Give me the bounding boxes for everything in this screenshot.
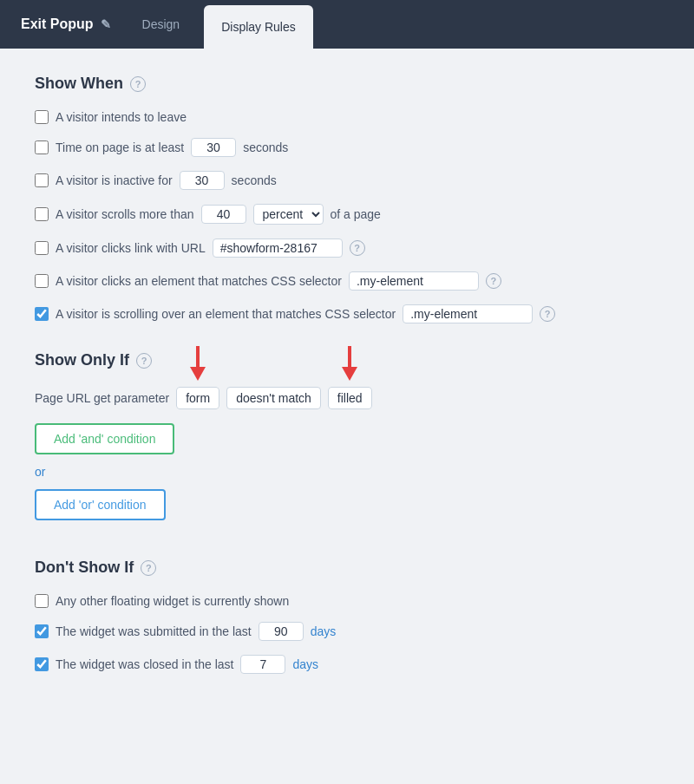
edit-icon[interactable]: ✎: [101, 17, 111, 31]
rule-visitor-scrolls: A visitor scrolls more than percent pixe…: [35, 204, 659, 225]
rule-time-on-page: Time on page is at least seconds: [35, 138, 659, 157]
visitor-clicks-css-input[interactable]: [349, 271, 479, 291]
add-and-condition-button[interactable]: Add 'and' condition: [35, 423, 174, 454]
show-when-help-icon[interactable]: ?: [130, 76, 146, 92]
rule-time-on-page-checkbox[interactable]: [35, 140, 49, 154]
content-area: Show When ? A visitor intends to leave T…: [0, 49, 694, 728]
visitor-scrolls-select[interactable]: percent pixels: [253, 204, 324, 225]
rule-visitor-clicks-css-checkbox[interactable]: [35, 274, 49, 288]
rule-visitor-inactive: A visitor is inactive for seconds: [35, 171, 659, 190]
condition-row: Page URL get parameter form doesn't matc…: [35, 387, 659, 409]
visitor-scrolls-input[interactable]: [201, 205, 246, 224]
condition-param-badge[interactable]: form: [176, 387, 219, 409]
rule-visitor-clicks-css: A visitor clicks an element that matches…: [35, 271, 659, 291]
rule-other-widget-checkbox[interactable]: [35, 594, 49, 608]
show-only-if-section: Show Only If ? Page URL get parameter fo…: [35, 351, 659, 531]
condition-value-badge[interactable]: filled: [328, 387, 372, 409]
rule-widget-submitted-checkbox[interactable]: [35, 624, 49, 638]
tab-design[interactable]: Design: [125, 3, 198, 49]
condition-label: Page URL get parameter: [35, 391, 169, 405]
time-on-page-input[interactable]: [191, 138, 236, 157]
dont-show-if-section: Don't Show If ? Any other floating widge…: [35, 559, 659, 674]
rule-visitor-scrolls-checkbox[interactable]: [35, 207, 49, 221]
rule-other-widget: Any other floating widget is currently s…: [35, 594, 659, 608]
filled-value-wrapper: filled: [328, 391, 372, 405]
rule-visitor-scrolling-css-checkbox[interactable]: [35, 307, 49, 321]
rule-widget-closed: The widget was closed in the last days: [35, 655, 659, 674]
show-only-if-title: Show Only If ?: [35, 351, 659, 369]
tab-display-rules[interactable]: Display Rules: [204, 5, 313, 49]
rule-visitor-scrolling-css: A visitor is scrolling over an element t…: [35, 304, 659, 323]
rule-visitor-leave-checkbox[interactable]: [35, 110, 49, 124]
rule-visitor-clicks-url: A visitor clicks link with URL ?: [35, 238, 659, 258]
title-text: Exit Popup: [21, 16, 94, 32]
show-when-section: Show When ? A visitor intends to leave T…: [35, 75, 659, 323]
add-or-condition-button[interactable]: Add 'or' condition: [35, 489, 166, 520]
dont-show-if-help-icon[interactable]: ?: [141, 560, 156, 576]
widget-submitted-input[interactable]: [259, 622, 304, 641]
show-when-title: Show When ?: [35, 75, 659, 93]
show-only-if-help-icon[interactable]: ?: [136, 353, 152, 369]
rule-visitor-inactive-checkbox[interactable]: [35, 173, 49, 187]
visitor-scrolling-css-input[interactable]: [403, 304, 533, 323]
condition-operator-badge[interactable]: doesn't match: [226, 387, 321, 409]
rule-visitor-clicks-url-checkbox[interactable]: [35, 241, 49, 255]
rule-widget-submitted: The widget was submitted in the last day…: [35, 622, 659, 641]
or-label: or: [35, 465, 659, 479]
visitor-clicks-css-help-icon[interactable]: ?: [486, 273, 501, 289]
rule-widget-closed-checkbox[interactable]: [35, 657, 49, 671]
app-title: Exit Popup ✎: [14, 0, 118, 49]
condition-wrapper: Page URL get parameter form doesn't matc…: [35, 387, 659, 409]
widget-closed-input[interactable]: [240, 655, 285, 674]
visitor-inactive-input[interactable]: [180, 171, 225, 190]
visitor-clicks-url-input[interactable]: [213, 238, 343, 258]
dont-show-if-title: Don't Show If ?: [35, 559, 659, 577]
rule-visitor-leave: A visitor intends to leave: [35, 110, 659, 124]
visitor-clicks-url-help-icon[interactable]: ?: [350, 240, 365, 256]
header: Exit Popup ✎ Design Display Rules: [0, 0, 694, 49]
visitor-scrolling-css-help-icon[interactable]: ?: [540, 306, 555, 322]
form-param-wrapper: form: [176, 391, 219, 405]
